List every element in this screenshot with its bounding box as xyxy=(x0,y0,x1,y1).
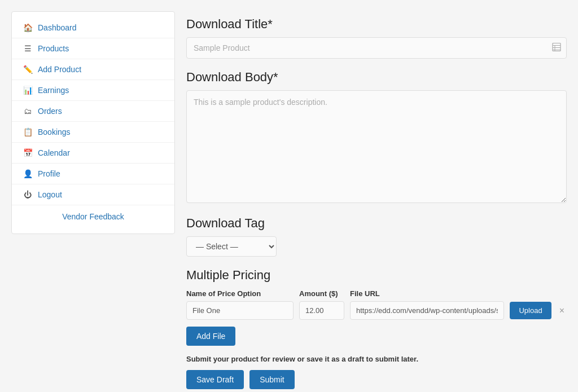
download-body-textarea[interactable] xyxy=(186,90,567,203)
upload-button[interactable]: Upload xyxy=(510,302,551,319)
orders-icon: 🗂 xyxy=(23,107,32,116)
save-draft-button[interactable]: Save Draft xyxy=(186,370,244,389)
sidebar-label-add-product: Add Product xyxy=(38,65,81,74)
edit-icon: ✏️ xyxy=(23,65,32,74)
logout-icon: ⏻ xyxy=(23,190,32,199)
sidebar-item-logout[interactable]: ⏻ Logout xyxy=(12,184,174,205)
sidebar-item-add-product[interactable]: ✏️ Add Product xyxy=(12,59,174,80)
pricing-name-input[interactable] xyxy=(186,301,294,320)
download-title-label: Download Title* xyxy=(186,17,567,32)
download-tag-select[interactable]: — Select — One Two Three xyxy=(186,236,277,257)
home-icon: 🏠 xyxy=(23,23,32,32)
action-buttons: Save Draft Submit xyxy=(186,370,567,389)
download-tag-label: Download Tag xyxy=(186,216,567,231)
calendar-icon: 📅 xyxy=(23,148,32,157)
download-tag-wrapper: — Select — One Two Three xyxy=(186,236,567,257)
sidebar-label-orders: Orders xyxy=(38,107,62,116)
chart-icon: 📊 xyxy=(23,86,32,95)
sidebar-label-logout: Logout xyxy=(38,190,62,199)
main-content: Download Title* Download Body* Download … xyxy=(186,11,567,392)
sidebar-label-bookings: Bookings xyxy=(38,127,71,136)
sidebar-label-dashboard: Dashboard xyxy=(38,23,77,32)
bookings-icon: 📋 xyxy=(23,127,32,136)
sidebar-label-calendar: Calendar xyxy=(38,148,70,157)
pricing-col-amount-header: Amount ($) xyxy=(299,289,344,298)
table-icon xyxy=(552,43,561,54)
user-icon: 👤 xyxy=(23,169,32,178)
download-title-wrapper xyxy=(186,37,567,59)
sidebar-item-bookings[interactable]: 📋 Bookings xyxy=(12,122,174,143)
sidebar-item-products[interactable]: ☰ Products xyxy=(12,38,174,59)
sidebar-item-earnings[interactable]: 📊 Earnings xyxy=(12,80,174,101)
list-icon: ☰ xyxy=(23,44,32,53)
download-title-input[interactable] xyxy=(186,37,567,59)
pricing-url-input[interactable] xyxy=(350,301,504,320)
sidebar-label-profile: Profile xyxy=(38,169,60,178)
vendor-feedback-label: Vendor Feedback xyxy=(62,212,124,221)
vendor-feedback-link[interactable]: Vendor Feedback xyxy=(12,205,174,228)
submit-note: Submit your product for review or save i… xyxy=(186,355,567,363)
download-body-label: Download Body* xyxy=(186,70,567,85)
pricing-col-name-header: Name of Price Option xyxy=(186,289,294,298)
sidebar: 🏠 Dashboard ☰ Products ✏️ Add Product 📊 … xyxy=(11,11,175,234)
multiple-pricing-label: Multiple Pricing xyxy=(186,268,567,283)
sidebar-item-calendar[interactable]: 📅 Calendar xyxy=(12,143,174,164)
submit-button[interactable]: Submit xyxy=(249,370,295,389)
sidebar-item-dashboard[interactable]: 🏠 Dashboard xyxy=(12,17,174,38)
pricing-row: Upload × xyxy=(186,301,567,320)
sidebar-item-orders[interactable]: 🗂 Orders xyxy=(12,101,174,122)
pricing-headers: Name of Price Option Amount ($) File URL xyxy=(186,289,567,298)
sidebar-label-products: Products xyxy=(38,44,69,53)
pricing-amount-input[interactable] xyxy=(299,301,344,320)
pricing-col-url-header: File URL xyxy=(350,289,567,298)
add-file-button[interactable]: Add File xyxy=(186,327,235,346)
sidebar-label-earnings: Earnings xyxy=(38,86,69,95)
sidebar-item-profile[interactable]: 👤 Profile xyxy=(12,164,174,184)
remove-row-button[interactable]: × xyxy=(557,306,567,316)
